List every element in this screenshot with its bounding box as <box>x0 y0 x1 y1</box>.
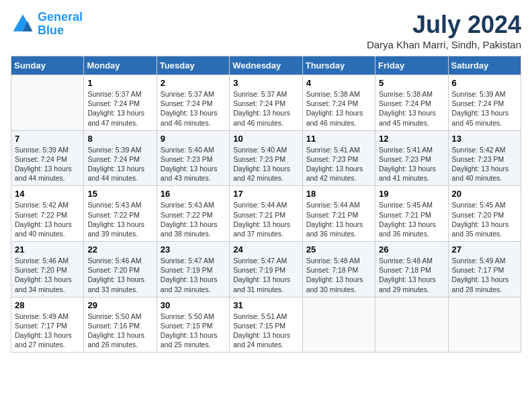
day-number: 25 <box>306 244 371 255</box>
day-info: Sunrise: 5:44 AMSunset: 7:21 PMDaylight:… <box>306 200 371 238</box>
calendar-cell: 26Sunrise: 5:48 AMSunset: 7:18 PMDayligh… <box>375 242 448 298</box>
calendar-cell: 6Sunrise: 5:39 AMSunset: 7:24 PMDaylight… <box>448 75 521 131</box>
day-number: 18 <box>306 189 371 199</box>
day-info: Sunrise: 5:40 AMSunset: 7:23 PMDaylight:… <box>233 145 298 183</box>
day-number: 2 <box>161 78 226 88</box>
calendar-cell: 24Sunrise: 5:47 AMSunset: 7:19 PMDayligh… <box>230 242 302 298</box>
day-number: 16 <box>161 189 226 199</box>
day-info: Sunrise: 5:50 AMSunset: 7:15 PMDaylight:… <box>161 312 226 350</box>
day-info: Sunrise: 5:48 AMSunset: 7:18 PMDaylight:… <box>379 256 444 294</box>
day-number: 19 <box>379 189 444 199</box>
day-number: 7 <box>15 134 80 144</box>
day-info: Sunrise: 5:44 AMSunset: 7:21 PMDaylight:… <box>233 200 298 238</box>
page-header: General Blue July 2024 Darya Khan Marri,… <box>11 11 521 50</box>
day-number: 5 <box>379 78 444 88</box>
calendar-cell: 5Sunrise: 5:38 AMSunset: 7:24 PMDaylight… <box>375 75 448 131</box>
weekday-header-tuesday: Tuesday <box>157 56 229 75</box>
day-info: Sunrise: 5:41 AMSunset: 7:23 PMDaylight:… <box>306 145 371 183</box>
calendar-cell: 1Sunrise: 5:37 AMSunset: 7:24 PMDaylight… <box>84 75 157 131</box>
day-number: 26 <box>379 244 444 255</box>
calendar-cell: 14Sunrise: 5:42 AMSunset: 7:22 PMDayligh… <box>11 186 84 242</box>
calendar-cell: 21Sunrise: 5:46 AMSunset: 7:20 PMDayligh… <box>11 242 84 298</box>
day-info: Sunrise: 5:38 AMSunset: 7:24 PMDaylight:… <box>306 89 371 128</box>
calendar-cell: 19Sunrise: 5:45 AMSunset: 7:21 PMDayligh… <box>375 186 448 242</box>
calendar-cell: 8Sunrise: 5:39 AMSunset: 7:24 PMDaylight… <box>84 130 157 186</box>
day-info: Sunrise: 5:41 AMSunset: 7:23 PMDaylight:… <box>379 145 444 183</box>
day-number: 12 <box>379 134 444 144</box>
calendar-week-4: 21Sunrise: 5:46 AMSunset: 7:20 PMDayligh… <box>11 242 521 298</box>
calendar-week-2: 7Sunrise: 5:39 AMSunset: 7:24 PMDaylight… <box>11 130 521 186</box>
calendar-cell: 17Sunrise: 5:44 AMSunset: 7:21 PMDayligh… <box>230 186 302 242</box>
day-number: 8 <box>87 134 152 144</box>
day-number: 23 <box>161 244 226 255</box>
calendar-week-3: 14Sunrise: 5:42 AMSunset: 7:22 PMDayligh… <box>11 186 521 242</box>
weekday-header-row: SundayMondayTuesdayWednesdayThursdayFrid… <box>11 56 521 75</box>
day-info: Sunrise: 5:40 AMSunset: 7:23 PMDaylight:… <box>161 145 226 183</box>
day-info: Sunrise: 5:37 AMSunset: 7:24 PMDaylight:… <box>233 89 298 128</box>
calendar-cell <box>302 297 375 353</box>
weekday-header-saturday: Saturday <box>448 56 521 75</box>
day-info: Sunrise: 5:50 AMSunset: 7:16 PMDaylight:… <box>87 312 152 350</box>
day-info: Sunrise: 5:47 AMSunset: 7:19 PMDaylight:… <box>161 256 226 294</box>
day-number: 3 <box>233 78 298 88</box>
logo-text: General Blue <box>38 11 83 38</box>
day-info: Sunrise: 5:39 AMSunset: 7:24 PMDaylight:… <box>87 145 152 183</box>
calendar-cell: 10Sunrise: 5:40 AMSunset: 7:23 PMDayligh… <box>230 130 302 186</box>
day-number: 4 <box>306 78 371 88</box>
day-info: Sunrise: 5:39 AMSunset: 7:24 PMDaylight:… <box>15 145 80 183</box>
day-info: Sunrise: 5:46 AMSunset: 7:20 PMDaylight:… <box>15 256 80 294</box>
day-number: 17 <box>233 189 298 199</box>
calendar-cell: 11Sunrise: 5:41 AMSunset: 7:23 PMDayligh… <box>302 130 375 186</box>
calendar-cell: 7Sunrise: 5:39 AMSunset: 7:24 PMDaylight… <box>11 130 84 186</box>
day-number: 11 <box>306 134 371 144</box>
day-number: 27 <box>452 244 517 255</box>
calendar-week-5: 28Sunrise: 5:49 AMSunset: 7:17 PMDayligh… <box>11 297 521 353</box>
day-number: 28 <box>15 300 80 310</box>
weekday-header-friday: Friday <box>375 56 448 75</box>
calendar-cell: 22Sunrise: 5:46 AMSunset: 7:20 PMDayligh… <box>84 242 157 298</box>
day-number: 14 <box>15 189 80 199</box>
calendar-cell: 23Sunrise: 5:47 AMSunset: 7:19 PMDayligh… <box>157 242 229 298</box>
location-title: Darya Khan Marri, Sindh, Pakistan <box>367 39 521 50</box>
calendar-cell: 20Sunrise: 5:45 AMSunset: 7:20 PMDayligh… <box>448 186 521 242</box>
day-number: 1 <box>87 78 152 88</box>
month-title: July 2024 <box>367 11 521 39</box>
day-info: Sunrise: 5:38 AMSunset: 7:24 PMDaylight:… <box>379 89 444 128</box>
day-info: Sunrise: 5:47 AMSunset: 7:19 PMDaylight:… <box>233 256 298 294</box>
day-info: Sunrise: 5:43 AMSunset: 7:22 PMDaylight:… <box>87 200 152 238</box>
title-block: July 2024 Darya Khan Marri, Sindh, Pakis… <box>367 11 521 50</box>
day-info: Sunrise: 5:49 AMSunset: 7:17 PMDaylight:… <box>15 312 80 350</box>
logo: General Blue <box>11 11 83 38</box>
day-number: 13 <box>452 134 517 144</box>
calendar-cell <box>375 297 448 353</box>
day-info: Sunrise: 5:37 AMSunset: 7:24 PMDaylight:… <box>87 89 152 128</box>
day-number: 22 <box>87 244 152 255</box>
calendar-cell: 18Sunrise: 5:44 AMSunset: 7:21 PMDayligh… <box>302 186 375 242</box>
calendar-cell: 9Sunrise: 5:40 AMSunset: 7:23 PMDaylight… <box>157 130 229 186</box>
day-info: Sunrise: 5:51 AMSunset: 7:15 PMDaylight:… <box>233 312 298 350</box>
calendar-cell: 30Sunrise: 5:50 AMSunset: 7:15 PMDayligh… <box>157 297 229 353</box>
day-info: Sunrise: 5:45 AMSunset: 7:20 PMDaylight:… <box>452 200 517 238</box>
day-info: Sunrise: 5:49 AMSunset: 7:17 PMDaylight:… <box>452 256 517 294</box>
weekday-header-monday: Monday <box>84 56 157 75</box>
calendar-week-1: 1Sunrise: 5:37 AMSunset: 7:24 PMDaylight… <box>11 75 521 131</box>
calendar-cell: 13Sunrise: 5:42 AMSunset: 7:23 PMDayligh… <box>448 130 521 186</box>
day-number: 15 <box>87 189 152 199</box>
calendar-cell: 28Sunrise: 5:49 AMSunset: 7:17 PMDayligh… <box>11 297 84 353</box>
day-number: 31 <box>233 300 298 310</box>
day-number: 29 <box>87 300 152 310</box>
day-number: 30 <box>161 300 226 310</box>
day-number: 9 <box>161 134 226 144</box>
calendar-cell: 3Sunrise: 5:37 AMSunset: 7:24 PMDaylight… <box>230 75 302 131</box>
day-info: Sunrise: 5:48 AMSunset: 7:18 PMDaylight:… <box>306 256 371 294</box>
day-info: Sunrise: 5:46 AMSunset: 7:20 PMDaylight:… <box>87 256 152 294</box>
day-number: 21 <box>15 244 80 255</box>
day-number: 24 <box>233 244 298 255</box>
day-info: Sunrise: 5:43 AMSunset: 7:22 PMDaylight:… <box>161 200 226 238</box>
day-info: Sunrise: 5:45 AMSunset: 7:21 PMDaylight:… <box>379 200 444 238</box>
day-number: 6 <box>452 78 517 88</box>
calendar-cell <box>448 297 521 353</box>
day-info: Sunrise: 5:39 AMSunset: 7:24 PMDaylight:… <box>452 89 517 128</box>
day-number: 10 <box>233 134 298 144</box>
calendar-cell: 15Sunrise: 5:43 AMSunset: 7:22 PMDayligh… <box>84 186 157 242</box>
